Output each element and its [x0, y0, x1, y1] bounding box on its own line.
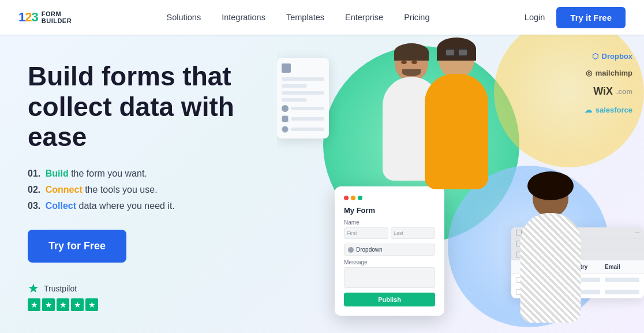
nav-link-integrations[interactable]: Integrations	[222, 13, 265, 22]
dropdown-field[interactable]: Dropdown	[344, 244, 435, 256]
dropbox-logo: ⬡ Dropbox	[592, 52, 632, 61]
wix-logo: WiX.com	[593, 85, 632, 98]
dot-red	[344, 196, 349, 200]
star-2: ★	[42, 298, 55, 311]
logo-numbers: 123	[18, 10, 38, 25]
nav-right: Login Try it Free	[525, 7, 626, 28]
integration-logos: ⬡ Dropbox ◎ mailchimp WiX.com ☁ salesfor…	[585, 52, 632, 114]
step-2: 02. Connect the tools you use.	[28, 185, 259, 195]
dot-green	[358, 196, 362, 200]
nav-links: Solutions Integrations Templates Enterpr…	[167, 13, 430, 22]
person-3	[506, 177, 595, 333]
first-input[interactable]: First	[344, 227, 388, 239]
salesforce-logo: ☁ salesforce	[585, 106, 632, 114]
navbar: 123 FORMBUILDER Solutions Integrations T…	[0, 0, 644, 35]
hero-left: Build forms that collect data with ease …	[0, 35, 277, 333]
logo[interactable]: 123 FORMBUILDER	[18, 10, 72, 25]
cell-email-2	[605, 290, 639, 294]
dropdown-icon	[348, 247, 354, 253]
star-5: ★	[85, 298, 98, 311]
last-input[interactable]: Last	[391, 227, 435, 239]
star-3: ★	[57, 298, 69, 311]
cell-email-1	[605, 278, 639, 282]
nav-link-pricing[interactable]: Pricing	[404, 13, 429, 22]
hero-title: Build forms that collect data with ease	[28, 61, 259, 153]
name-inputs: First Last	[344, 227, 435, 239]
message-textarea[interactable]	[344, 267, 435, 288]
dot-yellow	[351, 196, 355, 200]
col-email: Email	[605, 264, 639, 270]
nav-link-templates[interactable]: Templates	[286, 13, 324, 22]
trustpilot-icon: ★	[28, 281, 39, 296]
nav-link-enterprise[interactable]: Enterprise	[345, 13, 383, 22]
step-3: 03. Collect data where you need it.	[28, 201, 259, 211]
nav-link-solutions[interactable]: Solutions	[167, 13, 201, 22]
try-it-free-button[interactable]: Try it Free	[556, 7, 626, 28]
step-1: 01. Build the form you want.	[28, 169, 259, 179]
trustpilot-stars: ★ ★ ★ ★ ★	[28, 298, 259, 311]
star-1: ★	[28, 298, 40, 311]
hero-right: ⬡ Dropbox ◎ mailchimp WiX.com ☁ salesfor…	[277, 35, 644, 333]
try-for-free-button[interactable]: Try for Free	[28, 230, 126, 263]
builder-mockup	[277, 58, 329, 139]
trustpilot: ★ Trustpilot ★ ★ ★ ★ ★	[28, 281, 259, 311]
star-4: ★	[71, 298, 84, 311]
hero-steps: 01. Build the form you want. 02. Connect…	[28, 169, 259, 211]
mailchimp-logo: ◎ mailchimp	[586, 69, 632, 77]
message-label: Message	[344, 259, 435, 265]
login-button[interactable]: Login	[525, 13, 545, 22]
trustpilot-label: Trustpilot	[44, 284, 77, 293]
hero-section: Build forms that collect data with ease …	[0, 35, 644, 333]
person-2	[407, 35, 506, 225]
publish-button[interactable]: Publish	[344, 293, 435, 306]
logo-text: FORMBUILDER	[42, 10, 72, 24]
